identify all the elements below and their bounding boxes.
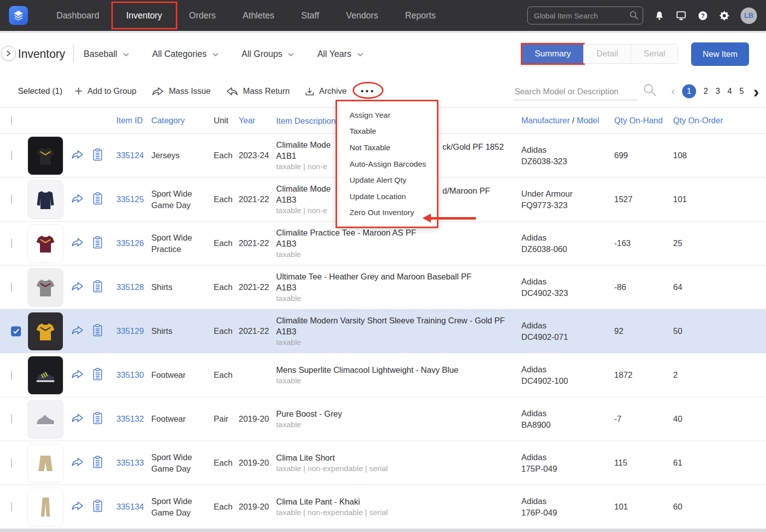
filter-all-groups[interactable]: All Groups	[242, 49, 295, 59]
share-icon[interactable]	[70, 324, 84, 338]
page-4-button[interactable]: 4	[728, 87, 732, 96]
menu-item-update-alert-qty[interactable]: Update Alert Qty	[337, 176, 437, 185]
share-icon[interactable]	[70, 280, 84, 294]
share-icon[interactable]	[70, 237, 84, 250]
view-tab-serial[interactable]: Serial	[631, 44, 678, 63]
search-icon[interactable]	[642, 82, 657, 99]
product-image[interactable]	[27, 180, 63, 219]
menu-item-zero-out-inventory[interactable]: Zero Out Inventory	[337, 208, 437, 217]
help-icon[interactable]: ?	[698, 10, 708, 21]
filter-baseball[interactable]: Baseball	[84, 49, 129, 59]
item-id-link[interactable]: 335132	[116, 414, 147, 424]
app-logo[interactable]	[9, 6, 28, 25]
product-image[interactable]	[27, 224, 63, 263]
menu-item-not-taxable[interactable]: Not Taxable	[337, 143, 437, 152]
nav-item-orders[interactable]: Orders	[176, 3, 229, 28]
row-checkbox[interactable]	[11, 195, 12, 204]
notifications-bell-icon[interactable]	[654, 10, 665, 21]
clipboard-icon[interactable]	[92, 456, 104, 471]
header-item-id[interactable]: Item ID	[116, 116, 147, 125]
header-category[interactable]: Category	[151, 115, 207, 126]
model-number: 176P-049	[521, 507, 614, 519]
clipboard-icon[interactable]	[92, 368, 104, 383]
next-page-button[interactable]: ›	[754, 83, 759, 100]
sidebar-expand-button[interactable]	[1, 46, 16, 61]
action-add-to-group[interactable]: Add to Group	[74, 86, 136, 96]
action-mass-return[interactable]: Mass Return	[226, 86, 290, 96]
header-year[interactable]: Year	[239, 116, 271, 125]
row-checkbox[interactable]	[11, 282, 12, 292]
page-2-button[interactable]: 2	[704, 87, 708, 96]
row-checkbox[interactable]	[11, 326, 21, 336]
action-mass-issue[interactable]: Mass Issue	[151, 86, 210, 96]
product-image[interactable]	[27, 488, 63, 527]
nav-item-inventory[interactable]: Inventory	[113, 3, 176, 28]
share-icon[interactable]	[70, 193, 84, 206]
page-3-button[interactable]: 3	[716, 87, 720, 96]
clipboard-icon[interactable]	[92, 236, 104, 251]
item-id-link[interactable]: 335125	[116, 195, 147, 204]
global-search-input[interactable]	[527, 6, 643, 24]
action-label: Archive	[319, 86, 347, 96]
select-all-checkbox[interactable]	[11, 116, 12, 125]
share-icon[interactable]	[70, 368, 84, 382]
product-image[interactable]	[27, 312, 63, 351]
filter-all-categories[interactable]: All Categories	[152, 49, 219, 59]
share-icon[interactable]	[70, 412, 84, 426]
header-qty-on-hand[interactable]: Qty On-Hand	[614, 116, 673, 125]
item-id-link[interactable]: 335124	[116, 151, 147, 160]
new-item-button[interactable]: New Item	[691, 42, 749, 66]
item-id-link[interactable]: 335126	[116, 239, 147, 248]
row-checkbox[interactable]	[11, 502, 12, 512]
product-image[interactable]	[27, 268, 63, 307]
description-flags: taxable	[276, 293, 521, 304]
product-image[interactable]	[27, 444, 63, 483]
page-1-button[interactable]: 1	[682, 84, 696, 98]
product-image[interactable]	[27, 136, 63, 175]
row-checkbox[interactable]	[11, 239, 12, 248]
nav-item-staff[interactable]: Staff	[288, 3, 333, 28]
item-id-link[interactable]: 335129	[116, 326, 147, 336]
row-checkbox[interactable]	[11, 151, 12, 160]
monitor-icon[interactable]	[676, 10, 687, 21]
page-5-button[interactable]: 5	[740, 87, 744, 96]
share-icon[interactable]	[70, 500, 84, 514]
item-id-link[interactable]: 335128	[116, 282, 147, 292]
nav-item-reports[interactable]: Reports	[391, 3, 449, 28]
nav-item-vendors[interactable]: Vendors	[333, 3, 391, 28]
item-id-link[interactable]: 335134	[116, 502, 147, 512]
clipboard-icon[interactable]	[92, 192, 104, 207]
share-icon[interactable]	[70, 456, 84, 470]
row-checkbox[interactable]	[11, 370, 12, 380]
row-checkbox[interactable]	[11, 414, 12, 424]
model-search-input[interactable]	[513, 85, 637, 100]
item-id-link[interactable]: 335130	[116, 370, 147, 380]
menu-item-taxable[interactable]: Taxable	[337, 127, 437, 136]
filter-all-years[interactable]: All Years	[317, 49, 363, 59]
nav-item-dashboard[interactable]: Dashboard	[43, 3, 113, 28]
clipboard-icon[interactable]	[92, 324, 104, 339]
product-image[interactable]	[27, 400, 63, 439]
view-tab-summary[interactable]: Summary	[522, 44, 584, 63]
clipboard-icon[interactable]	[92, 280, 104, 295]
menu-item-auto-assign-barcodes[interactable]: Auto-Assign Barcodes	[337, 160, 437, 169]
settings-gear-icon[interactable]	[719, 10, 730, 21]
clipboard-icon[interactable]	[92, 500, 104, 515]
description-code: A1B3	[276, 282, 521, 293]
header-qty-on-order[interactable]: Qty On-Order	[673, 116, 766, 125]
item-id-link[interactable]: 335133	[116, 458, 147, 468]
header-manufacturer-model[interactable]: Manufacturer / Model	[521, 115, 614, 126]
share-icon[interactable]	[70, 149, 84, 162]
menu-item-update-location[interactable]: Update Location	[337, 192, 437, 201]
clipboard-icon[interactable]	[92, 148, 104, 163]
more-actions-button[interactable]: •••	[361, 86, 376, 96]
nav-item-athletes[interactable]: Athletes	[229, 3, 288, 28]
product-image[interactable]	[27, 356, 63, 395]
action-archive[interactable]: Archive	[305, 86, 347, 96]
row-checkbox[interactable]	[11, 458, 12, 468]
clipboard-icon[interactable]	[92, 412, 104, 427]
view-tab-detail[interactable]: Detail	[583, 44, 630, 63]
menu-item-assign-year[interactable]: Assign Year	[337, 111, 437, 120]
user-avatar[interactable]: LB	[741, 7, 757, 24]
prev-page-button[interactable]: ‹	[671, 85, 675, 97]
